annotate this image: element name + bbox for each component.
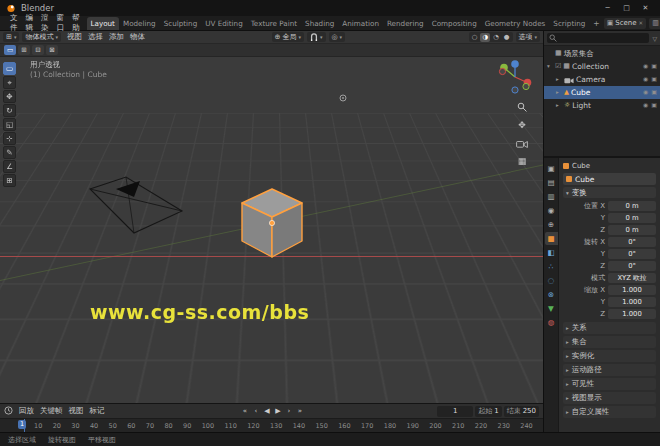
- add-workspace-button[interactable]: +: [589, 17, 603, 30]
- properties-tab[interactable]: ▣: [545, 162, 558, 175]
- properties-tab[interactable]: ▤: [545, 176, 558, 189]
- select-mode-button[interactable]: ⊟: [32, 45, 44, 55]
- tool-button[interactable]: ✎: [3, 146, 16, 159]
- outliner-row-light[interactable]: Light: [544, 99, 660, 112]
- workspace-tab[interactable]: Compositing: [428, 17, 481, 30]
- field-value[interactable]: 0 m: [608, 213, 656, 223]
- field-value[interactable]: 1.000: [608, 285, 656, 295]
- workspace-tab[interactable]: Layout: [87, 17, 119, 30]
- field-value[interactable]: 0°: [608, 261, 656, 271]
- disable-render-icon[interactable]: [651, 89, 657, 96]
- menu-item[interactable]: 文件: [6, 16, 22, 30]
- snap-toggle[interactable]: [307, 32, 326, 42]
- properties-tab[interactable]: ◌: [545, 274, 558, 287]
- tool-button[interactable]: ✥: [3, 90, 16, 103]
- shading-mode-button[interactable]: ○: [470, 33, 480, 42]
- minimize-button[interactable]: ─: [599, 2, 616, 14]
- workspace-tab[interactable]: Rendering: [383, 17, 428, 30]
- menu-item[interactable]: 帮助: [68, 16, 84, 30]
- options-dropdown[interactable]: 选项: [516, 32, 541, 42]
- outliner-row-scene-collection[interactable]: 场景集合: [544, 47, 660, 60]
- navigation-gizmo[interactable]: [497, 59, 533, 95]
- playback-button[interactable]: ›: [284, 406, 294, 417]
- object-name-field[interactable]: Cube: [563, 173, 656, 185]
- hide-eye-icon[interactable]: [643, 89, 648, 96]
- menu-item[interactable]: 窗口: [53, 16, 69, 30]
- tool-button[interactable]: ⊞: [3, 174, 16, 187]
- frame-end-field[interactable]: 结束250: [504, 406, 539, 417]
- shading-mode-button[interactable]: ◔: [491, 33, 501, 42]
- scene-unlink-icon[interactable]: [639, 19, 644, 27]
- pan-hand-icon[interactable]: ✥: [516, 119, 528, 131]
- properties-section-collapsed[interactable]: 集合: [563, 336, 656, 348]
- workspace-tab[interactable]: Scripting: [549, 17, 589, 30]
- select-mode-button[interactable]: ⊠: [46, 45, 58, 55]
- properties-section-collapsed[interactable]: 关系: [563, 322, 656, 334]
- editor-type-selector[interactable]: [3, 32, 19, 42]
- select-mode-button[interactable]: ▭: [4, 45, 16, 55]
- tool-button[interactable]: ◱: [3, 118, 16, 131]
- field-value[interactable]: 0 m: [608, 225, 656, 235]
- camera-view-icon[interactable]: [516, 137, 528, 149]
- properties-tab[interactable]: ■: [545, 232, 558, 245]
- disclosure-closed-icon[interactable]: [556, 103, 562, 109]
- viewport-menu-item[interactable]: 添加: [106, 32, 127, 42]
- tool-button[interactable]: ▭: [3, 62, 16, 75]
- frame-start-field[interactable]: 起始1: [475, 406, 501, 417]
- viewport-menu-item[interactable]: 选择: [85, 32, 106, 42]
- viewport-menu-item[interactable]: 物体: [127, 32, 148, 42]
- playback-button[interactable]: «: [240, 406, 250, 417]
- transform-section-header[interactable]: 变换: [563, 187, 656, 198]
- properties-tab[interactable]: ⊗: [545, 288, 558, 301]
- timeline-editor-icon[interactable]: [4, 406, 13, 417]
- light-object[interactable]: [338, 93, 348, 103]
- properties-tab[interactable]: ∴: [545, 260, 558, 273]
- view-layer-selector[interactable]: ViewLayer: [649, 18, 660, 29]
- timeline-menu-item[interactable]: 回放: [16, 406, 37, 416]
- playback-button[interactable]: ‹: [251, 406, 261, 417]
- disable-render-icon[interactable]: [651, 76, 657, 83]
- workspace-tab[interactable]: UV Editing: [201, 17, 247, 30]
- properties-tab[interactable]: ◍: [545, 316, 558, 329]
- outliner-row-cube[interactable]: Cube: [544, 86, 660, 99]
- properties-tab[interactable]: ◧: [545, 246, 558, 259]
- maximize-button[interactable]: □: [618, 2, 635, 14]
- tool-button[interactable]: ↻: [3, 104, 16, 117]
- disclosure-closed-icon[interactable]: [556, 77, 562, 83]
- disable-render-icon[interactable]: [651, 63, 657, 70]
- timeline-menu-item[interactable]: 标记: [87, 406, 108, 416]
- field-value[interactable]: 0°: [608, 237, 656, 247]
- menu-item[interactable]: 编辑: [22, 16, 38, 30]
- select-mode-button[interactable]: ⊞: [18, 45, 30, 55]
- shading-mode-button[interactable]: ◑: [480, 33, 490, 42]
- tool-button[interactable]: ∠: [3, 160, 16, 173]
- scene-selector[interactable]: Scene: [604, 18, 647, 29]
- workspace-tab[interactable]: Modeling: [119, 17, 160, 30]
- timeline-ruler[interactable]: 1020304050607080901001101201301401501601…: [0, 418, 543, 432]
- properties-section-collapsed[interactable]: 实例化: [563, 350, 656, 362]
- properties-tab[interactable]: ▼: [545, 302, 558, 315]
- properties-section-collapsed[interactable]: 运动路径: [563, 364, 656, 376]
- tool-button[interactable]: ⊹: [3, 132, 16, 145]
- shading-mode-button[interactable]: ●: [502, 33, 512, 42]
- properties-tab[interactable]: ▥: [545, 190, 558, 203]
- perspective-toggle-icon[interactable]: ▦: [516, 155, 528, 167]
- properties-section-collapsed[interactable]: 可见性: [563, 378, 656, 390]
- properties-tab[interactable]: ⊕: [545, 218, 558, 231]
- workspace-tab[interactable]: Texture Paint: [247, 17, 301, 30]
- playback-button[interactable]: ◀: [262, 406, 272, 417]
- field-value[interactable]: 0 m: [608, 201, 656, 211]
- field-value[interactable]: 1.000: [608, 309, 656, 319]
- filter-icon[interactable]: [652, 34, 657, 43]
- playback-button[interactable]: »: [295, 406, 305, 417]
- camera-object[interactable]: [86, 175, 186, 237]
- hide-eye-icon[interactable]: [643, 63, 648, 70]
- current-frame-field[interactable]: 1: [437, 406, 473, 417]
- playback-button[interactable]: ▶: [273, 406, 283, 417]
- collection-checkbox-icon[interactable]: [555, 63, 561, 70]
- workspace-tab[interactable]: Geometry Nodes: [481, 17, 550, 30]
- disclosure-open-icon[interactable]: [547, 64, 553, 70]
- field-value[interactable]: 1.000: [608, 297, 656, 307]
- transform-orientation-dropdown[interactable]: 全局: [272, 32, 304, 42]
- properties-section-collapsed[interactable]: 视图显示: [563, 392, 656, 404]
